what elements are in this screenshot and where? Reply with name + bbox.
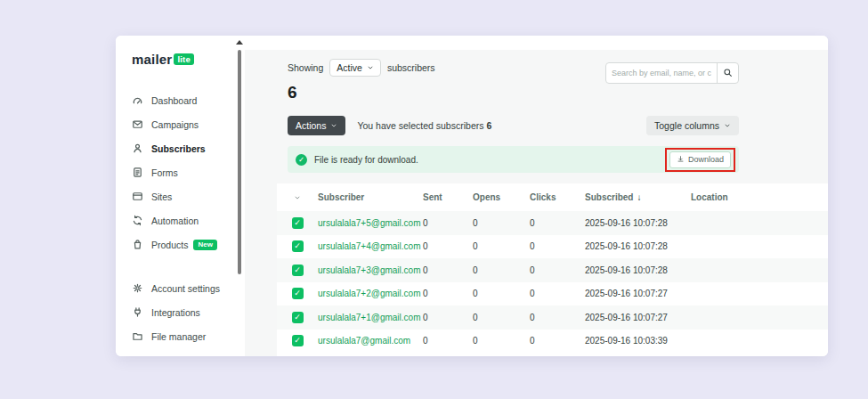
- search-box: [605, 62, 739, 84]
- download-button[interactable]: Download: [669, 151, 731, 168]
- dashboard-icon: [132, 94, 143, 106]
- sidebar-item-subscribers[interactable]: Subscribers: [132, 136, 234, 160]
- cell-sent: 0: [423, 218, 473, 228]
- cell-opens: 0: [473, 313, 530, 322]
- toggle-columns-label: Toggle columns: [654, 120, 719, 131]
- column-header-sent[interactable]: Sent: [423, 192, 473, 202]
- row-checkbox[interactable]: ✓: [292, 335, 304, 346]
- column-header-label: Location: [691, 192, 728, 202]
- sidebar-item-products[interactable]: ProductsNew: [132, 232, 234, 256]
- table-row[interactable]: ✓ursulalala7+5@gmail.com0002025-09-16 10…: [277, 211, 828, 235]
- sidebar-item-label: Integrations: [151, 307, 200, 318]
- products-icon: [132, 239, 143, 250]
- sidebar-item-sites[interactable]: Sites: [132, 184, 234, 208]
- row-checkbox[interactable]: ✓: [292, 240, 304, 252]
- row-checkbox[interactable]: ✓: [292, 265, 304, 276]
- sidebar-scrollbar[interactable]: [234, 36, 245, 356]
- success-check-icon: ✓: [296, 154, 307, 166]
- cell-sent: 0: [423, 289, 473, 298]
- cell-subscribed: 2025-09-16 10:07:28: [585, 218, 691, 228]
- scroll-up-arrow-icon[interactable]: [236, 40, 243, 45]
- sidebar-item-campaigns[interactable]: Campaigns: [132, 112, 234, 136]
- table-row[interactable]: ✓ursulalala7@gmail.com0002025-09-16 10:0…: [277, 330, 828, 354]
- search-input[interactable]: [606, 69, 717, 77]
- sidebar-item-forms[interactable]: Forms: [132, 160, 234, 184]
- row-checkbox-cell: ✓: [277, 240, 318, 252]
- cell-subscribed: 2025-09-16 10:07:28: [585, 265, 691, 275]
- subscriber-email[interactable]: ursulalala7+3@gmail.com: [318, 265, 423, 275]
- cell-sent: 0: [423, 265, 473, 275]
- select-all-dropdown[interactable]: [277, 194, 318, 201]
- table-body: ✓ursulalala7+5@gmail.com0002025-09-16 10…: [277, 211, 828, 353]
- subscriber-email[interactable]: ursulalala7+1@gmail.com: [318, 313, 423, 322]
- row-checkbox[interactable]: ✓: [292, 288, 304, 299]
- account-settings-icon: [132, 282, 143, 294]
- header-section: Showing Active subscribers 6: [288, 59, 739, 102]
- column-header-label: Subscriber: [318, 192, 364, 202]
- cell-clicks: 0: [530, 289, 585, 298]
- column-header-label: Clicks: [530, 192, 556, 202]
- cell-opens: 0: [473, 265, 530, 275]
- showing-block: Showing Active subscribers 6: [288, 59, 435, 102]
- sidebar: mailer lite DashboardCampaignsSubscriber…: [116, 36, 234, 356]
- cell-clicks: 0: [530, 265, 585, 275]
- forms-icon: [132, 167, 143, 178]
- sidebar-item-file-manager[interactable]: File manager: [132, 324, 234, 348]
- sidebar-item-dashboard[interactable]: Dashboard: [132, 88, 234, 112]
- sidebar-item-label: Dashboard: [151, 95, 197, 106]
- banner-message: File is ready for download.: [314, 155, 418, 165]
- subscriber-email[interactable]: ursulalala7+4@gmail.com: [318, 241, 423, 251]
- search-icon: [723, 65, 733, 81]
- cell-clicks: 0: [530, 241, 585, 251]
- subscriber-email[interactable]: ursulalala7@gmail.com: [318, 336, 423, 346]
- actions-label: Actions: [296, 120, 326, 131]
- table-row[interactable]: ✓ursulalala7+4@gmail.com0002025-09-16 10…: [277, 235, 828, 259]
- download-button-wrap: Download: [669, 151, 731, 168]
- scrollbar-thumb[interactable]: [238, 50, 241, 274]
- sidebar-nav: DashboardCampaignsSubscribersFormsSitesA…: [132, 88, 234, 256]
- toolbar: Actions You have selected subscribers6 T…: [288, 116, 739, 135]
- column-header-location[interactable]: Location: [691, 192, 828, 202]
- actions-dropdown[interactable]: Actions: [288, 116, 345, 135]
- status-filter-dropdown[interactable]: Active: [329, 59, 381, 77]
- column-header-opens[interactable]: Opens: [473, 192, 530, 202]
- showing-row: Showing Active subscribers: [288, 59, 435, 77]
- sites-icon: [132, 191, 143, 202]
- logo-text: mailer: [132, 52, 172, 67]
- row-checkbox[interactable]: ✓: [292, 312, 304, 323]
- table-row[interactable]: ✓ursulalala7+1@gmail.com0002025-09-16 10…: [277, 305, 828, 330]
- cell-sent: 0: [423, 313, 473, 322]
- cell-subscribed: 2025-09-16 10:07:28: [585, 241, 691, 251]
- subscriber-count: 6: [288, 83, 435, 102]
- sidebar-item-integrations[interactable]: Integrations: [132, 300, 234, 324]
- table-row[interactable]: ✓ursulalala7+2@gmail.com0002025-09-16 10…: [277, 282, 828, 306]
- main-topbar: [245, 36, 828, 50]
- table-row[interactable]: ✓ursulalala7+3@gmail.com0002025-09-16 10…: [277, 258, 828, 282]
- subscribers-label: subscribers: [387, 62, 435, 73]
- sidebar-item-label: Sites: [151, 191, 172, 202]
- cell-subscribed: 2025-09-16 10:07:27: [585, 313, 691, 322]
- new-badge: New: [193, 240, 216, 250]
- logo-lite-badge: lite: [174, 53, 194, 66]
- subscriber-email[interactable]: ursulalala7+5@gmail.com: [318, 218, 423, 228]
- subscriber-email[interactable]: ursulalala7+2@gmail.com: [318, 289, 423, 298]
- row-checkbox-cell: ✓: [277, 217, 318, 229]
- cell-clicks: 0: [530, 336, 585, 346]
- main-content: Showing Active subscribers 6 Actions: [245, 36, 828, 356]
- selected-text-label: You have selected subscribers: [357, 120, 483, 131]
- column-header-clicks[interactable]: Clicks: [530, 192, 585, 202]
- status-filter-value: Active: [337, 62, 362, 73]
- cell-opens: 0: [473, 336, 530, 346]
- table-header-row: SubscriberSentOpensClicksSubscribed↓Loca…: [277, 183, 828, 211]
- download-icon: [677, 155, 685, 165]
- column-header-label: Sent: [423, 192, 442, 202]
- sidebar-item-account-settings[interactable]: Account settings: [132, 276, 234, 300]
- row-checkbox[interactable]: ✓: [292, 217, 304, 229]
- row-checkbox-cell: ✓: [277, 265, 318, 276]
- cell-subscribed: 2025-09-16 10:07:27: [585, 289, 691, 298]
- sidebar-item-automation[interactable]: Automation: [132, 208, 234, 232]
- search-button[interactable]: [717, 63, 738, 83]
- toggle-columns-button[interactable]: Toggle columns: [646, 116, 739, 135]
- column-header-subscriber[interactable]: Subscriber: [318, 192, 423, 202]
- column-header-subscribed[interactable]: Subscribed↓: [585, 192, 691, 202]
